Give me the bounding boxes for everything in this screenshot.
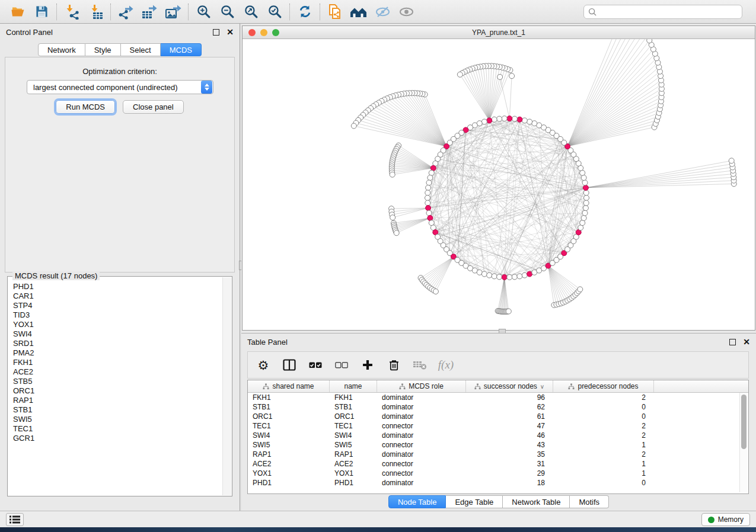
criterion-dropdown[interactable]: largest connected component (undirected) xyxy=(27,80,213,94)
mcds-result-item[interactable]: ACE2 xyxy=(13,367,222,377)
mcds-result-item[interactable]: CAR1 xyxy=(13,291,222,301)
table-row[interactable]: SWI4 SWI4 dominator 46 2 xyxy=(248,431,739,440)
memory-button[interactable]: Memory xyxy=(701,513,750,526)
mcds-result-item[interactable]: TEC1 xyxy=(13,424,222,434)
network-titlebar[interactable]: YPA_prune.txt_1 xyxy=(243,26,755,39)
float-panel-icon[interactable] xyxy=(729,339,736,345)
fx-icon: f(x) xyxy=(438,358,454,371)
select-all-button[interactable] xyxy=(307,357,324,373)
mcds-result-item[interactable]: STB1 xyxy=(13,405,222,415)
table-row[interactable]: ORC1 ORC1 dominator 61 0 xyxy=(248,412,739,421)
table-row[interactable]: FKH1 FKH1 dominator 96 2 xyxy=(248,393,739,402)
col-shared-name[interactable]: shared name xyxy=(248,380,330,392)
export-network-button[interactable] xyxy=(114,2,138,21)
col-name[interactable]: name xyxy=(330,380,377,392)
show-panels-button[interactable] xyxy=(394,2,418,21)
mcds-result-item[interactable]: PHD1 xyxy=(13,282,222,291)
mcds-result-item[interactable]: TID3 xyxy=(13,310,222,320)
zoom-in-button[interactable] xyxy=(192,2,215,21)
eye-slash-icon xyxy=(375,5,391,19)
table-row[interactable]: STB1 STB1 dominator 62 0 xyxy=(248,402,739,412)
tab-style[interactable]: Style xyxy=(85,43,121,56)
close-panel-icon[interactable]: ✕ xyxy=(227,28,234,36)
mcds-result-item[interactable]: SRD1 xyxy=(13,339,222,348)
add-column-button[interactable] xyxy=(359,357,376,373)
result-list-scrollbar[interactable] xyxy=(222,277,231,495)
delete-column-button[interactable] xyxy=(385,357,402,373)
hide-panels-button[interactable] xyxy=(371,2,394,21)
import-network-button[interactable] xyxy=(60,2,84,21)
table-scrollbar[interactable] xyxy=(739,393,747,492)
mcds-result-list[interactable]: PHD1CAR1STP4TID3YOX1SWI4SRD1PMA2FKH1ACE2… xyxy=(8,277,222,495)
open-folder-icon xyxy=(10,5,25,19)
tab-network[interactable]: Network xyxy=(38,43,85,56)
chevron-down-icon[interactable]: ∨ xyxy=(540,383,544,390)
mcds-result-item[interactable]: RAP1 xyxy=(13,396,222,405)
split-columns-icon xyxy=(283,359,296,371)
main-area: Control Panel ✕ Network Style Select MCD… xyxy=(0,24,756,511)
export-network-icon xyxy=(118,4,133,20)
network-canvas[interactable] xyxy=(243,39,755,330)
close-window-icon[interactable] xyxy=(248,29,256,36)
tab-network-table[interactable]: Network Table xyxy=(503,495,570,508)
export-table-button[interactable] xyxy=(138,2,161,21)
table-row[interactable]: TEC1 TEC1 connector 47 2 xyxy=(248,421,739,431)
export-image-button[interactable] xyxy=(161,2,185,21)
mcds-result-item[interactable]: PMA2 xyxy=(13,348,222,358)
mcds-result-item[interactable]: SWI5 xyxy=(13,415,222,424)
delete-table-button[interactable] xyxy=(412,357,428,373)
table-row[interactable]: YOX1 YOX1 connector 29 1 xyxy=(248,469,739,478)
criterion-value: largest connected component (undirected) xyxy=(27,83,200,92)
table-header: shared name name MCDS role successor nod… xyxy=(248,380,748,393)
search-input[interactable] xyxy=(597,8,738,16)
toolbar-separator xyxy=(320,4,320,20)
import-table-button[interactable] xyxy=(84,2,107,21)
tab-node-table[interactable]: Node Table xyxy=(388,495,446,508)
open-file-button[interactable] xyxy=(6,2,30,21)
close-panel-button[interactable]: Close panel xyxy=(123,100,184,114)
deselect-all-button[interactable] xyxy=(333,357,350,373)
function-builder-button[interactable]: f(x) xyxy=(438,357,454,373)
mcds-result-item[interactable]: SWI4 xyxy=(13,329,222,339)
col-successor-nodes[interactable]: successor nodes ∨ xyxy=(466,380,553,392)
dropdown-stepper-icon xyxy=(201,81,212,94)
table-settings-button[interactable]: ⚙ xyxy=(255,357,272,373)
run-mcds-button[interactable]: Run MCDS xyxy=(56,100,115,114)
mcds-result-item[interactable]: GCR1 xyxy=(13,434,222,443)
mcds-result-item[interactable]: YOX1 xyxy=(13,320,222,329)
network-graph[interactable] xyxy=(243,39,755,330)
refresh-button[interactable] xyxy=(293,2,317,21)
import-table-icon xyxy=(88,4,103,20)
table-row[interactable]: PHD1 PHD1 dominator 18 0 xyxy=(248,478,739,488)
minimize-window-icon[interactable] xyxy=(260,29,267,36)
first-neighbors-button[interactable] xyxy=(347,2,371,21)
col-mcds-role[interactable]: MCDS role xyxy=(377,380,466,392)
split-view-button[interactable] xyxy=(281,357,298,373)
duplicate-network-button[interactable] xyxy=(323,2,347,21)
mcds-result-item[interactable]: STB5 xyxy=(13,377,222,386)
save-session-button[interactable] xyxy=(30,2,53,21)
table-row[interactable]: ACE2 ACE2 connector 31 1 xyxy=(248,459,739,469)
tab-select[interactable]: Select xyxy=(121,43,161,56)
maximize-window-icon[interactable] xyxy=(272,29,279,36)
mcds-result-item[interactable]: STP4 xyxy=(13,301,222,310)
tab-mcds[interactable]: MCDS xyxy=(161,43,202,56)
mcds-result-item[interactable]: FKH1 xyxy=(13,358,222,367)
close-panel-icon[interactable]: ✕ xyxy=(743,338,750,346)
mcds-result-item[interactable]: ORC1 xyxy=(13,386,222,396)
scrollbar-thumb[interactable] xyxy=(741,395,747,449)
network-title: YPA_prune.txt_1 xyxy=(243,28,755,37)
trash-icon xyxy=(388,358,400,371)
col-predecessor-nodes[interactable]: predecessor nodes xyxy=(553,380,654,392)
zoom-selected-button[interactable] xyxy=(263,2,286,21)
table-row[interactable]: RAP1 RAP1 dominator 35 2 xyxy=(248,450,739,459)
tab-motifs[interactable]: Motifs xyxy=(570,495,609,508)
task-history-button[interactable] xyxy=(6,513,24,526)
zoom-out-button[interactable] xyxy=(215,2,239,21)
float-panel-icon[interactable] xyxy=(213,29,219,36)
search-box[interactable] xyxy=(583,5,742,19)
checked-boxes-icon xyxy=(309,362,322,368)
zoom-fit-button[interactable] xyxy=(239,2,263,21)
tab-edge-table[interactable]: Edge Table xyxy=(446,495,503,508)
table-row[interactable]: SWI5 SWI5 connector 43 1 xyxy=(248,440,739,450)
